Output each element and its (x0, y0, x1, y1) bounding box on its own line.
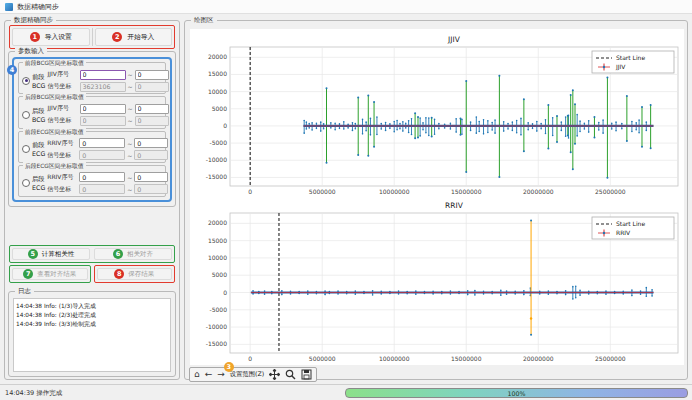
home-icon[interactable]: ⌂ (194, 370, 200, 379)
radio-3[interactable]: 后段ECG (22, 175, 45, 191)
field-row: RRIV序号~ (47, 138, 168, 148)
compute-correlation-label: 计算相关性 (42, 250, 75, 259)
step-badge-8: 8 (114, 269, 124, 279)
field-row: 信号坐标~ (47, 150, 168, 160)
input-3-1-from[interactable] (79, 184, 125, 194)
field-row: RRIV序号~ (47, 172, 168, 182)
field-label: RRIV序号 (47, 139, 77, 148)
input-3-0-to[interactable] (134, 172, 168, 182)
compute-correlation-button[interactable]: 5 计算相关性 (12, 248, 90, 260)
input-0-1-from[interactable] (80, 82, 126, 92)
svg-text:25000000: 25000000 (595, 355, 626, 362)
input-0-0-to[interactable] (135, 70, 169, 80)
field-label: 信号坐标 (48, 116, 78, 125)
field-label: RRIV序号 (47, 173, 77, 182)
view-result-annotation-box: 7 查看对齐结果 (9, 265, 91, 283)
field-row: 信号坐标~ (48, 82, 169, 92)
svg-text:Start Line: Start Line (616, 54, 645, 61)
sync-panel: 数据精确同步 1 导入设置 2 开始导入 参数输入 4 前段BCG区间坐标取值前… (4, 20, 180, 380)
import-buttons-annotation-box: 1 导入设置 2 开始导入 (9, 25, 175, 49)
svg-text:0: 0 (223, 289, 227, 296)
action-row-1: 5 计算相关性 6 相关对齐 (9, 245, 175, 263)
input-1-1-to[interactable] (135, 116, 169, 126)
sync-panel-title: 数据精确同步 (11, 16, 56, 25)
radio-2[interactable]: 前段ECG (22, 141, 45, 157)
plot-toolbar: ⌂ ← → 3 设置范围(Z) (189, 367, 317, 382)
save-icon[interactable] (301, 369, 312, 380)
param-section-legend: 前段ECG区间坐标取值 (23, 128, 86, 137)
svg-text:10000000: 10000000 (379, 355, 410, 362)
charts-svg: -15000-10000-500005000100001500020000050… (190, 29, 684, 365)
set-range-button[interactable]: 3 设置范围(Z) (230, 370, 264, 379)
plot-panel-title: 绘图区 (191, 16, 217, 25)
progress-bar: 100% (345, 388, 688, 398)
import-settings-label: 导入设置 (45, 32, 72, 42)
range-separator: ~ (127, 152, 132, 159)
import-settings-button[interactable]: 1 导入设置 (12, 28, 90, 46)
svg-text:15000: 15000 (208, 70, 227, 77)
svg-text:20000000: 20000000 (523, 355, 554, 362)
param-section-0: 前段BCG区间坐标取值前段BCGJJIV序号~信号坐标~ (18, 62, 166, 94)
back-icon[interactable]: ← (205, 370, 213, 379)
svg-text:-5000: -5000 (210, 139, 228, 146)
field-row: 信号坐标~ (47, 184, 168, 194)
view-align-result-button[interactable]: 7 查看对齐结果 (12, 268, 88, 280)
param-section-legend: 前段BCG区间坐标取值 (23, 59, 86, 68)
svg-text:Start Line: Start Line (616, 220, 645, 227)
log-title: 日志 (15, 287, 34, 296)
input-2-1-from[interactable] (79, 150, 125, 160)
pan-icon[interactable] (269, 369, 280, 380)
input-2-1-to[interactable] (134, 150, 168, 160)
params-title: 参数输入 (15, 47, 47, 56)
input-0-0-from[interactable] (80, 70, 126, 80)
input-3-0-from[interactable] (79, 172, 125, 182)
input-2-0-from[interactable] (79, 138, 125, 148)
plot-panel: 绘图区 -15000-10000-50000500010000150002000… (184, 20, 688, 380)
radio-1[interactable]: 后段BCG (22, 107, 46, 123)
radio-0[interactable]: 前段BCG (22, 73, 46, 89)
radio-circle[interactable] (22, 145, 30, 153)
figure-canvas: -15000-10000-500005000100001500020000050… (190, 29, 684, 365)
input-1-1-from[interactable] (80, 116, 126, 126)
forward-icon[interactable]: → (217, 370, 225, 379)
input-0-1-to[interactable] (135, 82, 169, 92)
input-1-0-to[interactable] (135, 104, 169, 114)
input-2-0-to[interactable] (134, 138, 168, 148)
button-divider (92, 28, 93, 46)
radio-circle[interactable] (22, 77, 30, 85)
log-line: 14:04:38 Info: (1/3)导入完成 (16, 302, 168, 311)
title-bar: 数据精确同步 (0, 0, 692, 14)
rriv-subplot: -15000-10000-500005000100001500020000050… (206, 201, 678, 362)
range-separator: ~ (128, 71, 133, 78)
legend: Start LineRRIV (592, 217, 674, 239)
radio-label: 后段ECG (32, 175, 45, 191)
step-badge-7: 7 (23, 269, 33, 279)
svg-text:20000: 20000 (208, 53, 227, 60)
param-section-3: 后段ECG区间坐标取值后段ECGRRIV序号~信号坐标~ (18, 165, 166, 197)
save-result-annotation-box: 8 保存结果 (94, 265, 176, 283)
svg-text:10000000: 10000000 (379, 188, 410, 195)
input-3-1-to[interactable] (134, 184, 168, 194)
align-button[interactable]: 6 相关对齐 (94, 248, 172, 260)
params-groupbox: 参数输入 4 前段BCG区间坐标取值前段BCGJJIV序号~信号坐标~后段BCG… (8, 51, 176, 207)
zoom-icon[interactable] (285, 369, 296, 380)
field-row: JJIV序号~ (48, 70, 169, 80)
radio-circle[interactable] (22, 179, 30, 187)
radio-circle[interactable] (22, 111, 30, 119)
save-result-button[interactable]: 8 保存结果 (97, 268, 173, 280)
log-list[interactable]: 14:04:38 Info: (1/3)导入完成14:04:38 Info: (… (13, 298, 171, 372)
log-line: 14:04:39 Info: (3/3)绘制完成 (16, 320, 168, 329)
jjiv-subplot: -15000-10000-500005000100001500020000050… (206, 35, 678, 195)
svg-text:10000: 10000 (208, 88, 227, 95)
input-1-0-from[interactable] (80, 104, 126, 114)
range-separator: ~ (127, 186, 132, 193)
start-import-button[interactable]: 2 开始导入 (95, 28, 173, 46)
svg-text:RRIV: RRIV (616, 229, 631, 236)
window-title: 数据精确同步 (17, 2, 59, 12)
svg-text:5000000: 5000000 (309, 188, 336, 195)
svg-text:JJIV: JJIV (447, 35, 461, 44)
param-section-legend: 后段ECG区间坐标取值 (23, 162, 86, 171)
step-badge-2: 2 (112, 32, 122, 42)
set-range-label: 设置范围(Z) (230, 370, 264, 379)
field-row: 信号坐标~ (48, 116, 169, 126)
